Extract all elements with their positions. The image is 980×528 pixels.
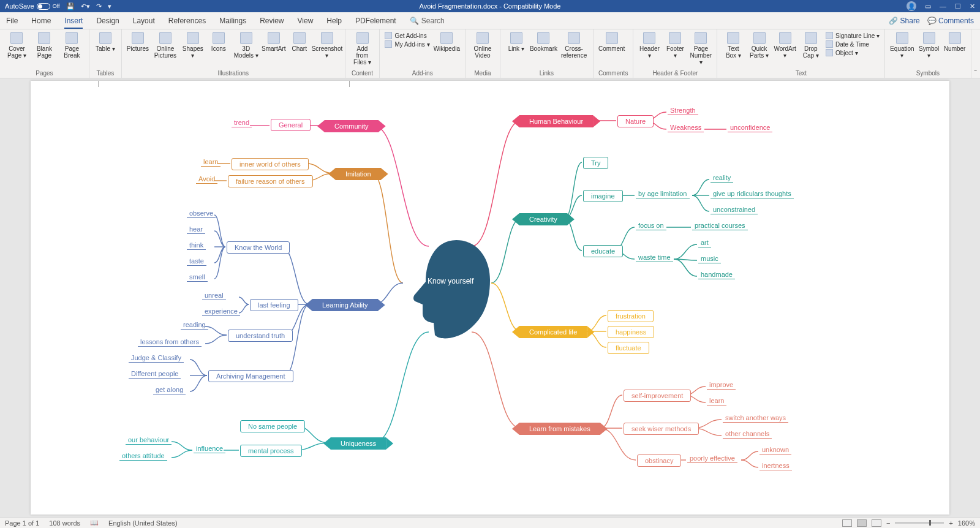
node-know-world: Know the World (227, 241, 290, 254)
ribbon-button-screenshot-[interactable]: Screenshot ▾ (314, 32, 340, 59)
ribbon-button-bookmark[interactable]: Bookmark (531, 32, 556, 52)
ribbon-button-page-number-[interactable]: Page Number ▾ (690, 32, 712, 66)
ribbon-label: Screenshot ▾ (312, 45, 342, 59)
ribbon-group-text: Text Box ▾Quick Parts ▾WordArt ▾Drop Cap… (717, 29, 885, 78)
word-count[interactable]: 108 words (49, 519, 80, 527)
zoom-in-icon[interactable]: + (949, 519, 952, 527)
node-understand-truth: understand truth (228, 330, 293, 342)
qat-more-icon[interactable]: ▾ (108, 2, 111, 10)
ribbon-label: Quick Parts ▾ (748, 45, 770, 59)
ribbon-button-header-[interactable]: Header ▾ (638, 32, 660, 59)
user-avatar-icon[interactable]: 👤 (907, 1, 916, 11)
ribbon-item[interactable]: Object ▾ (826, 49, 880, 56)
ribbon-button-footer-[interactable]: Footer ▾ (664, 32, 686, 59)
ribbon-item[interactable]: Get Add-ins (385, 32, 429, 39)
save-icon[interactable]: 💾 (66, 2, 75, 10)
node-try: Try (583, 157, 608, 169)
ribbon-button-drop-cap-[interactable]: Drop Cap ▾ (800, 32, 822, 59)
addin-icon (385, 32, 392, 39)
ribbon-button-equation-[interactable]: Equation ▾ (890, 32, 914, 59)
ribbon-button-add-from-files-[interactable]: Add from Files ▾ (350, 32, 375, 66)
maximize-icon[interactable]: ☐ (955, 2, 961, 10)
autosave-toggle[interactable]: AutoSave Off (5, 2, 60, 10)
ribbon-button-cross-reference[interactable]: Cross-reference (560, 32, 588, 59)
autosave-state: Off (53, 3, 60, 9)
ribbon-button-page-break[interactable]: Page Break (60, 32, 84, 59)
ribbon-button-online-video[interactable]: Online Video (470, 32, 495, 59)
ribbon-label: Add from Files ▾ (350, 45, 375, 66)
tab-layout[interactable]: Layout (133, 17, 155, 25)
leaf-give-up-ridiculars-thoughts: give up ridiculars thoughts (710, 190, 794, 198)
ribbon-button-link-[interactable]: Link ▾ (505, 32, 527, 52)
ribbon-button-table-[interactable]: Table ▾ (94, 32, 116, 52)
ribbon-button-icons[interactable]: Icons (208, 32, 230, 52)
leaf-unconfidence: unconfidence (728, 124, 772, 132)
ribbon-icon (38, 32, 50, 44)
ribbon-group-label: Content (350, 70, 375, 77)
zoom-out-icon[interactable]: − (886, 519, 890, 527)
search-icon: 🔍 (410, 17, 419, 25)
ribbon-item[interactable]: My Add-ins ▾ (385, 40, 429, 48)
ribbon-icon (187, 32, 199, 44)
tab-pdfelement[interactable]: PDFelement (355, 17, 396, 25)
ribbon-button-symbol-[interactable]: Symbol ▾ (918, 32, 940, 59)
ribbon-button-blank-page[interactable]: Blank Page (32, 32, 56, 59)
ribbon-button-quick-parts-[interactable]: Quick Parts ▾ (748, 32, 770, 59)
search-box[interactable]: 🔍 Search (410, 17, 445, 25)
leaf-improve: improve (707, 381, 736, 390)
undo-icon[interactable]: ↶▾ (81, 2, 90, 10)
ribbon-item[interactable]: Signature Line ▾ (826, 32, 880, 39)
ribbon-button-number[interactable]: Number (944, 32, 966, 52)
search-placeholder: Search (421, 17, 445, 25)
tab-help[interactable]: Help (326, 17, 342, 25)
page-indicator[interactable]: Page 1 of 1 (5, 519, 39, 527)
node-inner-world: inner world of others (232, 158, 309, 170)
language-indicator[interactable]: English (United States) (108, 519, 178, 527)
redo-icon[interactable]: ↷ (96, 2, 102, 10)
comments-button[interactable]: 💬 Comments (927, 17, 974, 25)
ribbon-display-icon[interactable]: ▭ (925, 2, 931, 10)
ribbon-collapse-icon[interactable]: ˆ (971, 29, 980, 78)
view-read-icon[interactable] (842, 519, 852, 527)
node-self-improve: self-improvement (624, 390, 691, 402)
ribbon-button--d-models-[interactable]: 3D Models ▾ (233, 32, 259, 59)
ribbon-button-wikipedia[interactable]: Wikipedia (434, 32, 460, 52)
ribbon-item[interactable]: Date & Time (826, 40, 880, 48)
share-button[interactable]: 🔗 Share (889, 17, 919, 25)
minimize-icon[interactable]: — (940, 2, 946, 10)
spellcheck-icon[interactable]: 📖 (90, 519, 99, 527)
zoom-slider[interactable] (895, 522, 944, 524)
ribbon-group-pages: Cover Page ▾Blank PagePage BreakPages (0, 29, 89, 78)
ribbon-button-chart[interactable]: Chart (288, 32, 311, 52)
ribbon-group-label: Links (505, 70, 588, 77)
close-icon[interactable]: ✕ (970, 2, 975, 10)
tab-insert[interactable]: Insert (64, 17, 83, 29)
leaf-smell: smell (187, 273, 208, 282)
tab-file[interactable]: File (6, 17, 18, 25)
ribbon-button-online-pictures[interactable]: Online Pictures (153, 32, 178, 59)
ribbon: Cover Page ▾Blank PagePage BreakPagesTab… (0, 29, 980, 78)
ribbon-button-pictures[interactable]: Pictures (127, 32, 149, 52)
ribbon-button-comment[interactable]: Comment (598, 32, 625, 52)
ribbon-label: Blank Page (32, 45, 56, 59)
ruler-mark (98, 81, 99, 87)
tab-design[interactable]: Design (96, 17, 119, 25)
zoom-level[interactable]: 160% (958, 519, 975, 527)
view-print-icon[interactable] (857, 519, 867, 527)
ribbon-button-wordart-[interactable]: WordArt ▾ (774, 32, 796, 59)
leaf-reading: reading (181, 321, 208, 330)
view-web-icon[interactable] (872, 519, 881, 527)
leaf-poorly: poorly effective (687, 454, 737, 463)
tab-references[interactable]: References (168, 17, 206, 25)
ribbon-button-shapes-[interactable]: Shapes ▾ (182, 32, 204, 59)
node-nature: Nature (617, 115, 654, 127)
ribbon-group-tables: Table ▾Tables (89, 29, 122, 78)
tab-view[interactable]: View (298, 17, 314, 25)
ribbon-button-text-box-[interactable]: Text Box ▾ (722, 32, 744, 59)
ribbon-button-cover-page-[interactable]: Cover Page ▾ (5, 32, 29, 59)
ribbon-icon (268, 32, 280, 44)
tab-review[interactable]: Review (260, 17, 284, 25)
tab-mailings[interactable]: Mailings (219, 17, 246, 25)
tab-home[interactable]: Home (31, 17, 51, 25)
ribbon-button-smartart[interactable]: SmartArt (263, 32, 285, 52)
